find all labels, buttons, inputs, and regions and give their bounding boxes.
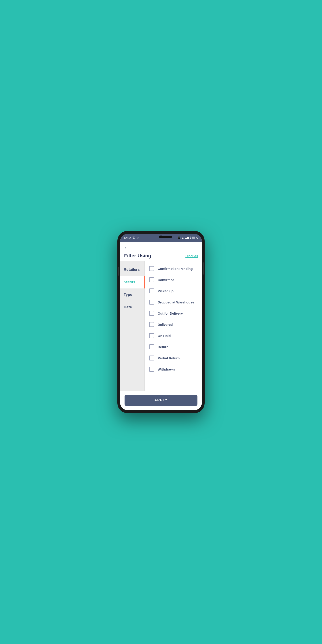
filter-header: ← Filter Using Clear All bbox=[120, 242, 202, 261]
status-right: 📳 ▲ 54% ⊙ bbox=[178, 236, 198, 239]
checkbox-row-confirmation-pending[interactable]: Confirmation Pending bbox=[145, 263, 202, 274]
checkbox-dropped-warehouse[interactable] bbox=[149, 300, 154, 304]
back-button[interactable]: ← bbox=[124, 245, 129, 251]
checkbox-row-dropped-warehouse[interactable]: Dropped at Warehouse bbox=[145, 296, 202, 308]
battery-percent: 54% bbox=[190, 236, 195, 239]
checkbox-row-return[interactable]: Return bbox=[145, 341, 202, 352]
checkbox-label-dropped-warehouse: Dropped at Warehouse bbox=[158, 300, 194, 304]
page-title: Filter Using bbox=[124, 253, 151, 259]
checkbox-label-return: Return bbox=[158, 345, 168, 349]
clear-all-button[interactable]: Clear All bbox=[185, 254, 198, 258]
apply-button[interactable]: APPLY bbox=[124, 395, 198, 406]
bottom-bar: APPLY bbox=[120, 391, 202, 410]
checkbox-row-picked-up[interactable]: Picked up bbox=[145, 285, 202, 296]
battery-icon: ⊙ bbox=[196, 236, 198, 239]
filter-body: Retailers Status Type Date Confirmation … bbox=[120, 261, 202, 391]
checkbox-on-hold[interactable] bbox=[149, 333, 154, 338]
filter-sidebar: Retailers Status Type Date bbox=[120, 261, 145, 391]
checkbox-label-partial-return: Partial Return bbox=[158, 356, 180, 360]
camera-notch bbox=[160, 236, 162, 238]
sidebar-item-status[interactable]: Status bbox=[120, 276, 144, 288]
checkbox-delivered[interactable] bbox=[149, 322, 154, 327]
phone-frame: 12:32 🖼 ◎ 📳 ▲ 54% ⊙ bbox=[118, 231, 204, 413]
checkbox-confirmation-pending[interactable] bbox=[149, 266, 154, 271]
checkbox-label-withdrawn: Withdrawn bbox=[158, 368, 175, 371]
app-content: ← Filter Using Clear All Retailers Statu… bbox=[120, 242, 202, 410]
checkbox-row-on-hold[interactable]: On Hold bbox=[145, 330, 202, 341]
checkbox-label-on-hold: On Hold bbox=[158, 334, 170, 338]
signal-icon bbox=[185, 236, 189, 239]
checkbox-label-out-for-delivery: Out for Delivery bbox=[158, 312, 183, 315]
checkbox-row-confirmed[interactable]: Confirmed bbox=[145, 274, 202, 285]
sync-icon: ◎ bbox=[137, 236, 139, 240]
sidebar-item-type[interactable]: Type bbox=[120, 288, 144, 301]
wifi-icon: ▲ bbox=[182, 236, 184, 239]
header-row: Filter Using Clear All bbox=[124, 253, 198, 259]
power-button[interactable] bbox=[118, 267, 120, 276]
checkbox-label-confirmation-pending: Confirmation Pending bbox=[158, 267, 193, 270]
checkbox-row-out-for-delivery[interactable]: Out for Delivery bbox=[145, 308, 202, 319]
checkbox-withdrawn[interactable] bbox=[149, 367, 154, 372]
checkbox-area: Confirmation PendingConfirmedPicked upDr… bbox=[145, 261, 202, 391]
checkbox-confirmed[interactable] bbox=[149, 277, 154, 282]
gallery-icon: 🖼 bbox=[132, 236, 135, 240]
sidebar-item-date[interactable]: Date bbox=[120, 301, 144, 314]
checkbox-picked-up[interactable] bbox=[149, 288, 154, 294]
checkbox-label-delivered: Delivered bbox=[158, 323, 173, 326]
phone-screen: 12:32 🖼 ◎ 📳 ▲ 54% ⊙ bbox=[120, 234, 202, 410]
checkbox-label-picked-up: Picked up bbox=[158, 289, 174, 293]
checkbox-row-partial-return[interactable]: Partial Return bbox=[145, 352, 202, 364]
checkbox-partial-return[interactable] bbox=[149, 356, 154, 360]
checkbox-return[interactable] bbox=[149, 344, 154, 349]
time-display: 12:32 bbox=[124, 236, 131, 240]
checkbox-row-delivered[interactable]: Delivered bbox=[145, 319, 202, 330]
status-left: 12:32 🖼 ◎ bbox=[124, 236, 139, 240]
checkbox-out-for-delivery[interactable] bbox=[149, 311, 154, 316]
checkbox-row-withdrawn[interactable]: Withdrawn bbox=[145, 364, 202, 375]
vibrate-icon: 📳 bbox=[178, 236, 181, 239]
volume-button[interactable] bbox=[202, 262, 204, 274]
checkbox-label-confirmed: Confirmed bbox=[158, 278, 174, 282]
sidebar-item-retailers[interactable]: Retailers bbox=[120, 264, 144, 276]
